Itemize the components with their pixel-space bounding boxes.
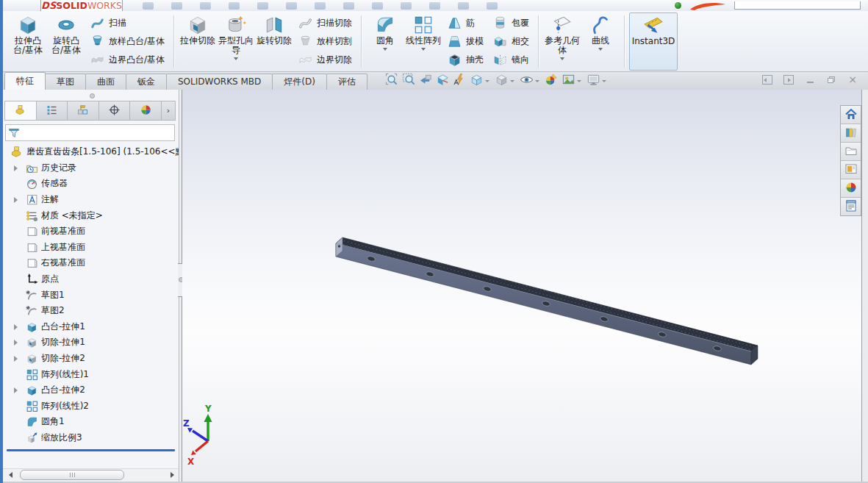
section-view-button[interactable]: [434, 74, 451, 88]
menubar-icon[interactable]: [257, 2, 268, 10]
edit-appearance-button[interactable]: [543, 74, 560, 88]
tree-item-fillet1[interactable]: 圆角1: [3, 414, 179, 430]
tree-item-lpattern2[interactable]: 阵列(线性)2: [3, 398, 179, 415]
tab-sheet-metal[interactable]: 钣金: [126, 74, 167, 90]
restore-window-button[interactable]: [826, 75, 836, 85]
previous-view-button[interactable]: [417, 74, 434, 88]
featuremanager-design-tree-tab[interactable]: [5, 101, 37, 120]
rib-button[interactable]: 筋: [444, 14, 487, 32]
menubar-icon[interactable]: [487, 2, 498, 10]
close-window-button[interactable]: ×: [847, 75, 858, 85]
mirror-button[interactable]: 镜向: [489, 51, 532, 69]
tree-item-history[interactable]: 历史记录: [3, 160, 179, 176]
extruded-cut-button[interactable]: 拉伸切除: [179, 12, 217, 71]
expand-arrow-icon[interactable]: [14, 165, 18, 171]
panel-splitter-dot[interactable]: [90, 93, 95, 99]
manager-tabs-expand-arrow[interactable]: ›: [162, 101, 175, 120]
dropdown-arrow-icon[interactable]: [510, 80, 514, 82]
custom-properties-button[interactable]: [841, 198, 861, 215]
zoom-to-area-button[interactable]: [401, 74, 417, 88]
menubar-icon[interactable]: [315, 2, 326, 10]
tab-sketch[interactable]: 草图: [45, 74, 86, 90]
tree-item-scale3[interactable]: 缩放比例3: [3, 430, 179, 446]
tab-solidworks-mbd[interactable]: SOLIDWORKS MBD: [166, 74, 273, 90]
design-library-button[interactable]: [841, 124, 861, 143]
rollback-bar[interactable]: [7, 449, 175, 451]
tab-surfaces[interactable]: 曲面: [85, 74, 126, 90]
appearances-scenes-button[interactable]: [841, 179, 861, 198]
menubar-icon[interactable]: [343, 2, 354, 10]
gear-rack-model[interactable]: [336, 237, 758, 365]
graphics-viewport[interactable]: YZX: [182, 90, 861, 482]
scrollbar-thumb[interactable]: [20, 470, 124, 480]
dropdown-arrow-icon[interactable]: [577, 80, 581, 82]
shell-button[interactable]: 抽壳: [444, 51, 487, 69]
tree-item-sketch2[interactable]: 草图2: [3, 303, 179, 319]
curves-button[interactable]: 曲线: [581, 12, 620, 71]
tree-item-material[interactable]: 材质 <未指定>: [3, 207, 179, 223]
zoom-to-fit-button[interactable]: [384, 74, 401, 88]
file-explorer-button[interactable]: [841, 143, 861, 161]
view-orientation-button[interactable]: [468, 74, 485, 88]
scroll-right-arrow-icon[interactable]: [171, 472, 174, 478]
menubar-icon[interactable]: [286, 2, 297, 10]
tree-item-top-plane[interactable]: 上视基准面: [3, 240, 179, 256]
collapse-panel-right-button[interactable]: [783, 75, 794, 85]
dropdown-arrow-icon[interactable]: [535, 80, 539, 82]
expand-arrow-icon[interactable]: [14, 197, 18, 203]
apply-scene-button[interactable]: [560, 74, 577, 88]
tree-item-lpattern1[interactable]: 阵列(线性)1: [3, 366, 179, 382]
displaymanager-tab[interactable]: [130, 101, 162, 120]
boundary-cut-button[interactable]: 边界切除: [295, 51, 355, 69]
menubar-icon[interactable]: [372, 2, 383, 10]
lofted-boss-base-button[interactable]: 放样凸台/基体: [87, 32, 168, 51]
extruded-boss-base-button[interactable]: 拉伸凸台/基体: [9, 12, 47, 71]
linear-pattern-button[interactable]: 线性阵列: [404, 12, 442, 71]
dropdown-arrow-icon[interactable]: [602, 80, 606, 82]
tree-item-cut-extrude2[interactable]: 切除-拉伸2: [3, 351, 179, 367]
propertymanager-tab[interactable]: [37, 101, 68, 120]
display-style-button[interactable]: [493, 74, 510, 88]
minimize-window-button[interactable]: [805, 75, 815, 85]
expand-arrow-icon[interactable]: [14, 356, 18, 362]
tree-horizontal-scrollbar[interactable]: [3, 468, 179, 481]
home-button[interactable]: [841, 106, 861, 124]
tab-features[interactable]: 特征: [4, 72, 46, 90]
feature-tree-root[interactable]: 磨齿直齿齿条[1.5-106] (1.5-106<<默: [3, 144, 179, 160]
hide-show-items-button[interactable]: [518, 74, 535, 88]
menubar-icon[interactable]: [171, 2, 182, 10]
lofted-cut-button[interactable]: 放样切割: [295, 32, 355, 51]
tree-item-annotations[interactable]: 注解: [3, 192, 179, 208]
revolved-boss-base-button[interactable]: 旋转凸台/基体: [47, 12, 85, 71]
tab-evaluate[interactable]: 评估: [326, 74, 367, 90]
tree-item-boss-extrude2[interactable]: 凸台-拉伸2: [3, 382, 179, 398]
menubar-icon[interactable]: [200, 2, 211, 10]
expand-arrow-icon[interactable]: [14, 340, 18, 346]
dimxpertmanager-tab[interactable]: [99, 101, 131, 120]
wrap-button[interactable]: 包覆: [489, 14, 532, 32]
tab-weldments[interactable]: 焊件(D): [272, 74, 327, 90]
tree-item-origin[interactable]: 原点: [3, 271, 179, 287]
reference-geometry-button[interactable]: 参考几何体: [543, 12, 581, 71]
expand-arrow-icon[interactable]: [14, 324, 18, 330]
scroll-left-arrow-icon[interactable]: [9, 472, 12, 478]
swept-cut-button[interactable]: 扫描切除: [295, 14, 355, 32]
dynamic-annotation-views-button[interactable]: [451, 74, 468, 88]
fillet-button[interactable]: 圆角: [366, 12, 404, 71]
hole-wizard-button[interactable]: 异型孔向导: [217, 12, 255, 71]
collapse-panel-left-button[interactable]: [762, 75, 772, 85]
search-box-cropped[interactable]: [734, 1, 861, 10]
swept-boss-base-button[interactable]: 扫描: [87, 14, 168, 32]
view-settings-button[interactable]: [585, 74, 602, 88]
task-pane-edge[interactable]: [861, 90, 868, 482]
intersect-button[interactable]: 相交: [489, 32, 532, 51]
tree-item-sensors[interactable]: 传感器: [3, 176, 179, 192]
tree-item-right-plane[interactable]: 右视基准面: [3, 255, 179, 271]
menubar-icon[interactable]: [143, 2, 154, 10]
menubar-icon[interactable]: [229, 2, 240, 10]
tree-item-cut-extrude1[interactable]: 切除-拉伸1: [3, 334, 179, 351]
boundary-boss-base-button[interactable]: 边界凸台/基体: [87, 51, 168, 69]
feature-tree-filter-input[interactable]: [20, 126, 174, 140]
instant3d-button[interactable]: Instant3D: [629, 12, 678, 71]
configurationmanager-tab[interactable]: [68, 101, 99, 120]
